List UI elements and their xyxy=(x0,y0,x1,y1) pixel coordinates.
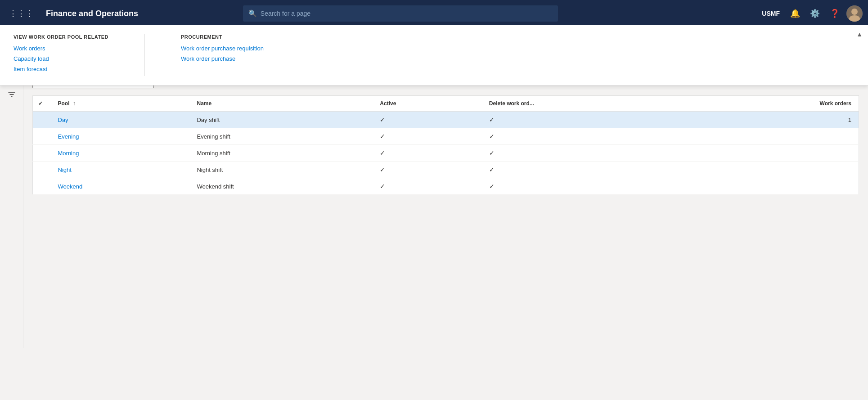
cell-work-orders xyxy=(693,128,859,145)
col-pool[interactable]: Pool ↑ xyxy=(51,96,190,112)
dropdown-section-procurement: PROCUREMENT Work order purchase requisit… xyxy=(181,34,264,76)
table-row[interactable]: Day Day shift ✓ ✓ 1 xyxy=(33,112,859,128)
dropdown-menu: VIEW WORK ORDER POOL RELATED Work orders… xyxy=(0,25,868,85)
search-input[interactable] xyxy=(261,10,553,17)
cell-name: Weekend shift xyxy=(189,178,373,195)
cell-name: Evening shift xyxy=(189,128,373,145)
left-sidebar: ☰ xyxy=(0,52,23,348)
notification-bell-icon[interactable]: 🔔 xyxy=(787,5,803,22)
row-check xyxy=(33,162,51,178)
col-active[interactable]: Active xyxy=(373,96,481,112)
cell-active: ✓ xyxy=(373,178,481,195)
cell-name: Day shift xyxy=(189,112,373,128)
dropdown-section-related: VIEW WORK ORDER POOL RELATED Work orders… xyxy=(13,34,108,76)
row-check xyxy=(33,112,51,128)
cell-pool[interactable]: Evening xyxy=(51,128,190,145)
dropdown-item-purchase[interactable]: Work order purchase xyxy=(181,55,264,62)
cell-delete-work-ord: ✓ xyxy=(482,145,694,162)
row-check xyxy=(33,128,51,145)
top-navigation: ⋮⋮⋮ Finance and Operations 🔍 USMF 🔔 ⚙️ ❓ xyxy=(0,0,868,27)
cell-active: ✓ xyxy=(373,128,481,145)
cell-delete-work-ord: ✓ xyxy=(482,128,694,145)
filter-icon[interactable] xyxy=(4,86,20,103)
dropdown-divider xyxy=(144,34,145,76)
cell-active: ✓ xyxy=(373,112,481,128)
cell-name: Morning shift xyxy=(189,145,373,162)
cell-delete-work-ord: ✓ xyxy=(482,162,694,178)
apps-grid-icon[interactable]: ⋮⋮⋮ xyxy=(5,5,37,22)
col-name[interactable]: Name xyxy=(189,96,373,112)
col-work-orders[interactable]: Work orders xyxy=(693,96,859,112)
cell-work-orders xyxy=(693,178,859,195)
sort-icon: ↑ xyxy=(73,100,76,107)
cell-name: Night shift xyxy=(189,162,373,178)
dropdown-item-purchase-requisition[interactable]: Work order purchase requisition xyxy=(181,45,264,52)
cell-delete-work-ord: ✓ xyxy=(482,178,694,195)
cell-work-orders: 1 xyxy=(693,112,859,128)
col-check: ✓ xyxy=(33,96,51,112)
cell-work-orders xyxy=(693,145,859,162)
table-row[interactable]: Evening Evening shift ✓ ✓ xyxy=(33,128,859,145)
dropdown-item-item-forecast[interactable]: Item forecast xyxy=(13,66,108,72)
work-order-pool-table: ✓ Pool ↑ Name Active Delete work ord... … xyxy=(32,95,859,195)
cell-active: ✓ xyxy=(373,145,481,162)
collapse-dropdown-button[interactable]: ▲ xyxy=(856,31,863,38)
table-row[interactable]: Weekend Weekend shift ✓ ✓ xyxy=(33,178,859,195)
table-row[interactable]: Morning Morning shift ✓ ✓ xyxy=(33,145,859,162)
dropdown-item-capacity-load[interactable]: Capacity load xyxy=(13,55,108,62)
section-procurement-title: PROCUREMENT xyxy=(181,34,264,40)
cell-delete-work-ord: ✓ xyxy=(482,112,694,128)
cell-pool[interactable]: Night xyxy=(51,162,190,178)
user-avatar[interactable] xyxy=(846,5,863,22)
top-nav-right-section: USMF 🔔 ⚙️ ❓ xyxy=(762,5,863,22)
main-layout: ☰ WORK ORDER POOL 🔍 ✓ Pool ↑ xyxy=(0,52,868,348)
cell-pool[interactable]: Morning xyxy=(51,145,190,162)
settings-gear-icon[interactable]: ⚙️ xyxy=(807,5,823,22)
global-search-bar[interactable]: 🔍 xyxy=(243,5,558,22)
row-check xyxy=(33,178,51,195)
svg-point-1 xyxy=(851,9,858,15)
company-selector[interactable]: USMF xyxy=(762,10,780,17)
row-check xyxy=(33,145,51,162)
table-row[interactable]: Night Night shift ✓ ✓ xyxy=(33,162,859,178)
help-icon[interactable]: ❓ xyxy=(827,5,843,22)
content-area: WORK ORDER POOL 🔍 ✓ Pool ↑ Name Active xyxy=(23,52,868,348)
table-header-row: ✓ Pool ↑ Name Active Delete work ord... … xyxy=(33,96,859,112)
col-delete-work-ord[interactable]: Delete work ord... xyxy=(482,96,694,112)
cell-active: ✓ xyxy=(373,162,481,178)
app-title: Finance and Operations xyxy=(46,9,138,18)
cell-pool[interactable]: Weekend xyxy=(51,178,190,195)
search-icon: 🔍 xyxy=(248,9,257,18)
cell-pool[interactable]: Day xyxy=(51,112,190,128)
section-related-title: VIEW WORK ORDER POOL RELATED xyxy=(13,34,108,40)
dropdown-item-work-orders[interactable]: Work orders xyxy=(13,45,108,52)
cell-work-orders xyxy=(693,162,859,178)
